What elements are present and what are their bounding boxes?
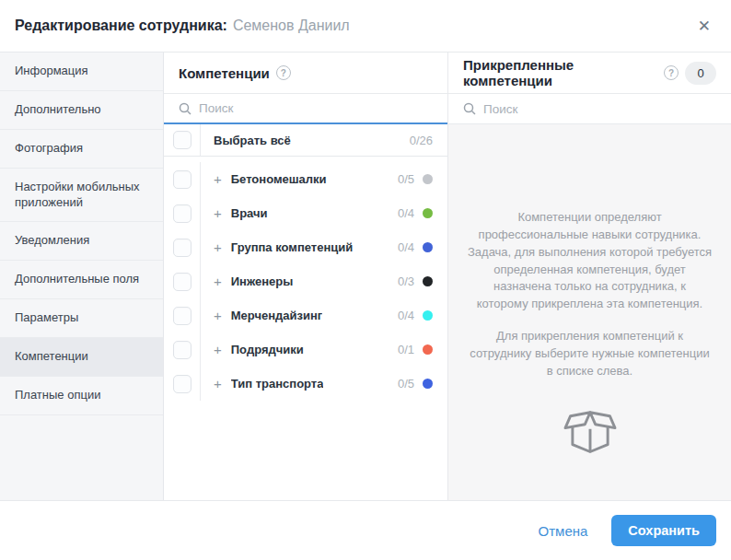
sidebar-item-information[interactable]: Информация — [0, 52, 163, 91]
select-all-label: Выбрать всё — [214, 134, 291, 147]
competency-row: + Инженеры 0/3 — [164, 264, 447, 298]
row-checkbox[interactable] — [173, 307, 191, 325]
edit-employee-dialog: Редактирование сотрудника: Семенов Дании… — [0, 0, 731, 560]
attached-search — [448, 94, 731, 124]
empty-state-description-2: Для прикрепления компетенций к сотрудник… — [467, 328, 713, 380]
expand-icon[interactable]: + — [214, 343, 222, 356]
sidebar-item-competencies[interactable]: Компетенции — [0, 338, 163, 377]
attached-empty-state: Компетенции определяют профессиональные … — [448, 124, 731, 500]
attached-header: Прикрепленные компетенции ? 0 — [448, 52, 731, 94]
sidebar-item-mobile-settings[interactable]: Настройки мобильных приложений — [0, 169, 163, 223]
competency-row: + Мерчендайзинг 0/4 — [164, 298, 447, 332]
settings-sidebar: Информация Дополнительно Фотография Наст… — [0, 52, 164, 500]
sidebar-item-additional[interactable]: Дополнительно — [0, 91, 163, 130]
sidebar-item-notifications[interactable]: Уведомления — [0, 222, 163, 261]
competencies-header: Компетенции ? — [164, 52, 447, 94]
select-all-row: Выбрать всё 0/26 — [164, 124, 447, 157]
dialog-header: Редактирование сотрудника: Семенов Дании… — [0, 0, 731, 52]
attached-title: Прикрепленные компетенции — [463, 57, 657, 88]
row-checkbox[interactable] — [173, 273, 191, 291]
competency-label: Врачи — [231, 206, 268, 220]
competency-row: + Подрядчики 0/1 — [164, 332, 447, 367]
empty-box-icon — [557, 404, 623, 458]
competencies-panel: Компетенции ? Выбрать всё 0/26 — [164, 52, 448, 500]
empty-state-description-1: Компетенции определяют профессиональные … — [467, 209, 713, 313]
competency-row: + Тип транспорта 0/5 — [164, 367, 447, 401]
select-all-checkbox[interactable] — [173, 131, 191, 149]
row-checkbox[interactable] — [173, 239, 191, 257]
competency-count: 0/4 — [398, 206, 414, 220]
color-dot — [423, 276, 433, 286]
dialog-title: Редактирование сотрудника: — [15, 18, 227, 34]
competency-count: 0/5 — [398, 377, 414, 391]
expand-icon[interactable]: + — [214, 206, 222, 220]
competency-label: Группа компетенций — [231, 240, 353, 254]
row-checkbox[interactable] — [173, 170, 191, 189]
search-input[interactable] — [483, 102, 716, 116]
sidebar-item-parameters[interactable]: Параметры — [0, 299, 163, 338]
dialog-body: Информация Дополнительно Фотография Наст… — [0, 52, 731, 500]
close-icon: ✕ — [698, 18, 711, 35]
expand-icon[interactable]: + — [214, 172, 222, 186]
sidebar-item-paid-options[interactable]: Платные опции — [0, 377, 163, 415]
competency-label: Тип транспорта — [231, 377, 324, 391]
color-dot — [423, 379, 433, 389]
help-icon[interactable]: ? — [276, 65, 291, 80]
competency-count: 0/5 — [398, 172, 414, 186]
row-checkbox[interactable] — [173, 341, 191, 359]
expand-icon[interactable]: + — [214, 309, 222, 322]
competencies-title: Компетенции — [179, 65, 270, 81]
color-dot — [423, 174, 433, 184]
select-all-count: 0/26 — [410, 134, 433, 147]
color-dot — [423, 310, 433, 321]
close-button[interactable]: ✕ — [694, 15, 714, 38]
row-checkbox[interactable] — [173, 375, 191, 393]
expand-icon[interactable]: + — [214, 377, 222, 391]
color-dot — [423, 242, 433, 252]
competency-label: Мерчендайзинг — [231, 309, 323, 322]
search-icon — [463, 102, 476, 115]
search-icon — [179, 102, 191, 115]
competency-row: + Бетономешалки 0/5 — [164, 162, 447, 196]
cancel-button[interactable]: Отмена — [539, 523, 588, 539]
competency-count: 0/1 — [398, 343, 414, 356]
expand-icon[interactable]: + — [214, 240, 222, 254]
color-dot — [423, 208, 433, 218]
help-icon[interactable]: ? — [664, 65, 679, 80]
row-checkbox[interactable] — [173, 204, 191, 223]
competencies-list: + Бетономешалки 0/5 + Врачи 0/4 — [164, 157, 447, 500]
sidebar-item-photo[interactable]: Фотография — [0, 130, 163, 169]
competency-count: 0/3 — [398, 274, 414, 288]
competencies-search — [164, 94, 447, 124]
save-button[interactable]: Сохранить — [611, 515, 716, 546]
competency-count: 0/4 — [398, 309, 414, 322]
competency-row: + Врачи 0/4 — [164, 196, 447, 230]
search-input[interactable] — [199, 101, 433, 115]
competency-label: Инженеры — [231, 274, 294, 288]
competency-row: + Группа компетенций 0/4 — [164, 230, 447, 264]
expand-icon[interactable]: + — [214, 274, 222, 288]
competency-label: Подрядчики — [231, 343, 304, 356]
competency-label: Бетономешалки — [231, 172, 327, 186]
sidebar-item-extra-fields[interactable]: Дополнительные поля — [0, 261, 163, 299]
attached-count-badge: 0 — [685, 62, 716, 85]
dialog-footer: Отмена Сохранить — [0, 500, 731, 560]
employee-name: Семенов Даниил — [233, 18, 350, 34]
competency-count: 0/4 — [398, 240, 414, 254]
attached-competencies-panel: Прикрепленные компетенции ? 0 Компетенци… — [448, 52, 731, 500]
color-dot — [423, 344, 433, 355]
